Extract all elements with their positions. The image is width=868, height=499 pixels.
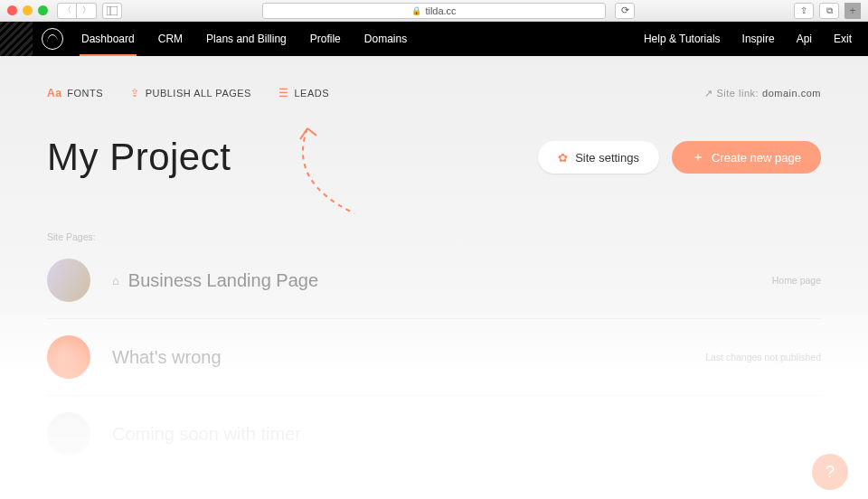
page-row[interactable]: Coming soon with timer bbox=[47, 396, 821, 473]
gear-icon: ✿ bbox=[558, 151, 568, 165]
url-text: tilda.cc bbox=[425, 5, 456, 16]
page-title-text: Coming soon with timer bbox=[112, 424, 301, 445]
tabs-button[interactable]: ⧉ bbox=[819, 3, 839, 19]
browser-chrome: 〈 〉 🔒 tilda.cc ⟳ ⇪ ⧉ + bbox=[0, 0, 868, 22]
pages-section-label: Site Pages: bbox=[47, 231, 821, 242]
nav-label: Exit bbox=[834, 33, 852, 45]
nav-domains[interactable]: Domains bbox=[363, 22, 409, 56]
create-label: Create new page bbox=[712, 151, 801, 165]
brand-pattern bbox=[0, 22, 33, 56]
publish-label: PUBLISH ALL PAGES bbox=[146, 88, 251, 99]
settings-label: Site settings bbox=[575, 151, 639, 165]
close-window-icon[interactable] bbox=[7, 5, 17, 15]
nav-crm[interactable]: CRM bbox=[156, 22, 184, 56]
nav-inspire[interactable]: Inspire bbox=[741, 33, 777, 45]
project-header: My Project ✿ Site settings ＋ Create new … bbox=[47, 136, 821, 179]
nav-label: Domains bbox=[364, 33, 407, 45]
svg-rect-0 bbox=[107, 6, 118, 15]
page-meta: Home page bbox=[772, 275, 821, 286]
sidebar-icon bbox=[107, 6, 118, 15]
nav-profile[interactable]: Profile bbox=[308, 22, 343, 56]
nav-label: CRM bbox=[158, 33, 183, 45]
page-title: What's wrong bbox=[112, 347, 222, 368]
nav-label: Api bbox=[797, 33, 812, 45]
minimize-window-icon[interactable] bbox=[23, 5, 33, 15]
help-icon: ? bbox=[826, 463, 835, 482]
site-settings-button[interactable]: ✿ Site settings bbox=[538, 141, 659, 174]
help-bubble-button[interactable]: ? bbox=[812, 454, 848, 490]
site-link[interactable]: ↗ Site link: domain.com bbox=[704, 88, 821, 99]
reload-button[interactable]: ⟳ bbox=[615, 3, 635, 19]
page-row[interactable]: What's wrong Last changes not published bbox=[47, 319, 821, 396]
nav-plans[interactable]: Plans and Billing bbox=[204, 22, 288, 56]
page-thumbnail bbox=[47, 259, 90, 302]
new-tab-button[interactable]: + bbox=[844, 3, 861, 19]
page-title: ⌂ Business Landing Page bbox=[112, 270, 318, 291]
window-controls bbox=[7, 5, 48, 15]
page-title-text: Business Landing Page bbox=[128, 270, 318, 291]
page-thumbnail bbox=[47, 335, 90, 379]
leads-tool[interactable]: ☰ LEADS bbox=[278, 87, 329, 99]
nav-api[interactable]: Api bbox=[795, 33, 814, 45]
maximize-window-icon[interactable] bbox=[38, 5, 48, 15]
nav-exit[interactable]: Exit bbox=[832, 33, 854, 45]
lock-icon: 🔒 bbox=[411, 6, 421, 15]
site-link-domain: domain.com bbox=[762, 88, 821, 99]
project-title: My Project bbox=[47, 136, 231, 179]
page-thumbnail bbox=[47, 412, 90, 456]
back-button[interactable]: 〈 bbox=[57, 3, 77, 19]
nav-right: Help & Tutorials Inspire Api Exit bbox=[642, 33, 854, 45]
create-page-button[interactable]: ＋ Create new page bbox=[672, 141, 821, 174]
nav-items: Dashboard CRM Plans and Billing Profile … bbox=[80, 22, 409, 56]
fonts-label: FONTS bbox=[67, 88, 103, 99]
nav-label: Profile bbox=[310, 33, 341, 45]
page-meta: Last changes not published bbox=[705, 352, 821, 362]
nav-label: Help & Tutorials bbox=[644, 33, 721, 45]
upload-icon: ⇪ bbox=[130, 87, 140, 99]
project-toolbar: Aa FONTS ⇪ PUBLISH ALL PAGES ☰ LEADS ↗ S… bbox=[47, 56, 821, 99]
page-title-text: What's wrong bbox=[112, 347, 222, 368]
fonts-tool[interactable]: Aa FONTS bbox=[47, 87, 103, 99]
content-area: Aa FONTS ⇪ PUBLISH ALL PAGES ☰ LEADS ↗ S… bbox=[0, 56, 868, 499]
leads-label: LEADS bbox=[294, 88, 329, 99]
tilda-logo-icon[interactable] bbox=[42, 28, 63, 50]
plus-icon: ＋ bbox=[692, 149, 704, 165]
page-title: Coming soon with timer bbox=[112, 424, 301, 445]
share-button[interactable]: ⇪ bbox=[794, 3, 814, 19]
home-icon: ⌂ bbox=[112, 274, 119, 287]
nav-back-forward: 〈 〉 bbox=[57, 3, 97, 19]
page-row[interactable]: ⌂ Business Landing Page Home page bbox=[47, 242, 821, 319]
nav-label: Plans and Billing bbox=[206, 33, 287, 45]
fonts-icon: Aa bbox=[47, 87, 61, 99]
app-topnav: Dashboard CRM Plans and Billing Profile … bbox=[0, 22, 868, 56]
external-icon: ↗ bbox=[704, 88, 713, 99]
address-bar[interactable]: 🔒 tilda.cc bbox=[262, 3, 606, 19]
leads-icon: ☰ bbox=[278, 87, 289, 99]
nav-label: Dashboard bbox=[81, 33, 135, 45]
publish-tool[interactable]: ⇪ PUBLISH ALL PAGES bbox=[130, 87, 251, 99]
sidebar-toggle-button[interactable] bbox=[102, 3, 122, 19]
nav-label: Inspire bbox=[742, 33, 775, 45]
forward-button[interactable]: 〉 bbox=[77, 3, 97, 19]
site-link-prefix: Site link: bbox=[717, 88, 760, 99]
nav-dashboard[interactable]: Dashboard bbox=[80, 22, 137, 56]
nav-help[interactable]: Help & Tutorials bbox=[642, 33, 722, 45]
